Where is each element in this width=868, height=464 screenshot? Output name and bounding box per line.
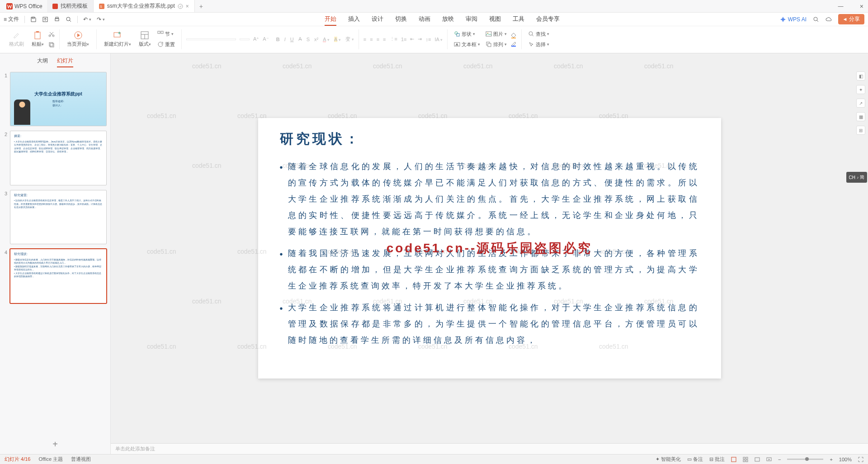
indent-inc-icon[interactable]: ⇥ bbox=[418, 36, 422, 42]
view-reading-icon[interactable] bbox=[755, 457, 760, 462]
export-icon[interactable] bbox=[42, 16, 48, 23]
font-size-select[interactable] bbox=[240, 38, 250, 40]
paste-button[interactable]: 粘贴▾ bbox=[28, 30, 47, 48]
find-button[interactable]: 查找▾ bbox=[526, 30, 551, 38]
format-painter-button[interactable]: 格式刷 bbox=[6, 30, 27, 48]
close-tab-icon[interactable]: × bbox=[186, 3, 189, 9]
line-spacing-icon[interactable]: ↕≡ bbox=[425, 37, 431, 42]
decrease-font-icon[interactable]: A⁻ bbox=[263, 36, 269, 42]
tab-slides[interactable]: 幻灯片 bbox=[57, 57, 73, 67]
add-slide-button[interactable]: + bbox=[0, 437, 110, 454]
reset-icon bbox=[157, 41, 164, 47]
underline-button[interactable]: U bbox=[290, 37, 294, 42]
menu-tab-transition[interactable]: 切换 bbox=[395, 13, 407, 26]
new-slide-button[interactable]: 新建幻灯片▾ bbox=[101, 30, 134, 48]
thumbnail-4[interactable]: 研究现状: ▪ 随着全球信息化的发展，人们的生活节奏越来越快，对信息的时效性越来… bbox=[10, 249, 107, 303]
highlight-button[interactable]: A ▾ bbox=[334, 37, 341, 42]
menu-tab-start[interactable]: 开始 bbox=[325, 13, 336, 26]
side-tool-3[interactable]: ↗ bbox=[856, 99, 865, 108]
menu-tab-design[interactable]: 设计 bbox=[372, 13, 383, 26]
close-window-button[interactable]: × bbox=[860, 3, 863, 10]
share-icon bbox=[843, 17, 847, 22]
arrange-button[interactable]: 排列▾ bbox=[484, 40, 509, 49]
menu-tab-animation[interactable]: 动画 bbox=[419, 13, 430, 26]
select-button[interactable]: 选择▾ bbox=[526, 40, 551, 49]
textbox-button[interactable]: A文本框▾ bbox=[452, 40, 482, 49]
align-left-icon[interactable]: ≡ bbox=[363, 37, 366, 42]
save-icon[interactable] bbox=[30, 16, 37, 23]
text-direction-icon[interactable]: IA ▾ bbox=[434, 37, 443, 42]
menu-tab-tools[interactable]: 工具 bbox=[513, 13, 524, 26]
fill-color-icon[interactable] bbox=[510, 32, 517, 38]
print-preview-icon[interactable] bbox=[66, 16, 72, 23]
new-tab-button[interactable]: + bbox=[195, 3, 208, 10]
shape-button[interactable]: 形状▾ bbox=[452, 30, 482, 38]
tab-templates[interactable]: 找稻壳模板 bbox=[47, 0, 94, 12]
outline-color-icon[interactable] bbox=[510, 40, 517, 47]
align-justify-icon[interactable]: ≡ bbox=[383, 37, 386, 42]
slide-stage[interactable]: 研究现状： 随着全球信息化的发展，人们的生活节奏越来越快，对信息的时效性越来越重… bbox=[111, 53, 868, 443]
file-menu[interactable]: ≡ 文件 bbox=[4, 15, 19, 23]
undo-button[interactable]: ↶▾ bbox=[83, 16, 91, 23]
tab-outline[interactable]: 大纲 bbox=[37, 57, 48, 67]
section-button[interactable]: 节▾ bbox=[156, 30, 177, 38]
menu-tab-vip[interactable]: 会员专享 bbox=[536, 13, 560, 26]
current-slide[interactable]: 研究现状： 随着全球信息化的发展，人们的生活节奏越来越快，对信息的时效性越来越重… bbox=[258, 118, 721, 379]
view-slideshow-icon[interactable] bbox=[766, 457, 772, 462]
side-tool-1[interactable]: ◧ bbox=[856, 71, 865, 80]
picture-button[interactable]: 图片▾ bbox=[484, 30, 509, 38]
numbering-icon[interactable]: 1≡ bbox=[401, 37, 407, 42]
menu-tab-view[interactable]: 视图 bbox=[489, 13, 501, 26]
bullets-icon[interactable]: ⋮≡ bbox=[390, 36, 397, 42]
font-color-button[interactable]: A ▾ bbox=[323, 37, 330, 42]
strikethrough-button[interactable]: S bbox=[307, 37, 310, 42]
thumbnail-1[interactable]: 大学生企业推荐系统ppt 指导老师:设计人: bbox=[10, 72, 107, 126]
cloud-icon[interactable] bbox=[826, 16, 832, 23]
status-notes[interactable]: ▭ 备注 bbox=[687, 456, 703, 463]
divider bbox=[77, 16, 78, 23]
increase-font-icon[interactable]: A⁺ bbox=[253, 36, 259, 42]
italic-button[interactable]: I bbox=[284, 37, 286, 42]
view-normal-icon[interactable] bbox=[731, 457, 736, 462]
thumbnail-2[interactable]: 摘要: ▪ 大学生企业推荐系统采用B/S架构，Java开发语言，以及Mysql数… bbox=[10, 131, 107, 185]
zoom-in-button[interactable]: + bbox=[830, 457, 832, 462]
arrange-icon bbox=[486, 41, 492, 47]
bold-button[interactable]: B bbox=[276, 37, 280, 42]
zoom-slider[interactable] bbox=[787, 459, 823, 460]
from-current-button[interactable]: 当页开始▾ bbox=[64, 30, 92, 48]
align-center-icon[interactable]: ≡ bbox=[370, 37, 373, 42]
status-beautify[interactable]: ✦ 智能美化 bbox=[656, 456, 681, 463]
view-sorter-icon[interactable] bbox=[743, 457, 748, 462]
menu-tab-insert[interactable]: 插入 bbox=[348, 13, 360, 26]
menu-tab-slideshow[interactable]: 放映 bbox=[442, 13, 454, 26]
side-tool-2[interactable]: ✦ bbox=[856, 85, 865, 94]
indent-dec-icon[interactable]: ⇤ bbox=[410, 36, 414, 42]
font-family-select[interactable] bbox=[186, 38, 236, 40]
ime-indicator[interactable]: CH ♪ 简 bbox=[846, 172, 867, 183]
tab-document[interactable]: S ssm大学生企业推荐系统.ppt × bbox=[94, 0, 195, 12]
zoom-out-button[interactable]: − bbox=[778, 457, 781, 462]
zoom-value[interactable]: 100% bbox=[839, 457, 852, 462]
workspace: 大纲 幻灯片 1 大学生企业推荐系统ppt 指导老师:设计人: 2 摘要: ▪ … bbox=[0, 53, 868, 454]
clear-format-button[interactable]: 变 ▾ bbox=[345, 36, 354, 43]
cut-icon[interactable] bbox=[48, 31, 55, 37]
strike-button[interactable]: A̶ bbox=[298, 36, 302, 42]
thumbnail-3[interactable]: 研究背景: ▪ 以往的大学生企业推荐系统相关信息管理，都是工作人员手工统计。这种… bbox=[10, 190, 107, 244]
menu-tab-review[interactable]: 审阅 bbox=[466, 13, 477, 26]
wps-ai-button[interactable]: WPS AI bbox=[780, 16, 807, 23]
superscript-button[interactable]: x² bbox=[314, 37, 318, 42]
share-button[interactable]: 分享 bbox=[838, 14, 864, 24]
side-tool-4[interactable]: ▦ bbox=[856, 112, 865, 121]
layout-button[interactable]: 版式▾ bbox=[136, 30, 154, 48]
fit-icon[interactable] bbox=[858, 457, 863, 462]
redo-button[interactable]: ↷▾ bbox=[97, 16, 105, 23]
status-comments[interactable]: ⊟ 批注 bbox=[709, 456, 725, 463]
copy-icon[interactable] bbox=[48, 42, 55, 48]
side-tool-5[interactable]: ⊞ bbox=[856, 126, 865, 135]
align-right-icon[interactable]: ≡ bbox=[377, 37, 379, 42]
notes-pane[interactable]: 单击此处添加备注 bbox=[111, 443, 868, 454]
reset-button[interactable]: 重置 bbox=[156, 40, 177, 49]
print-icon[interactable] bbox=[54, 16, 60, 23]
minimize-button[interactable]: — bbox=[838, 3, 844, 9]
search-icon[interactable] bbox=[813, 16, 819, 23]
